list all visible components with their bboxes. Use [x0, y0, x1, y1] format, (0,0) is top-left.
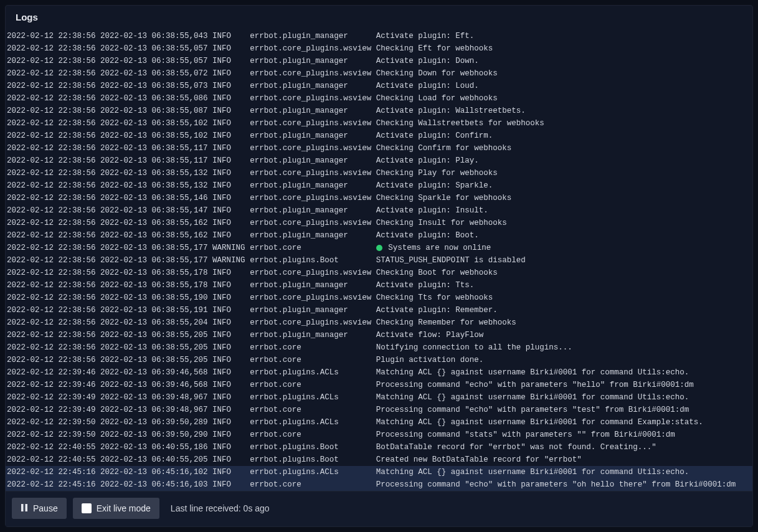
log-line[interactable]: 2022-02-12 22:38:56 2022-02-13 06:38:55,… — [6, 117, 752, 130]
log-line[interactable]: 2022-02-12 22:38:56 2022-02-13 06:38:55,… — [6, 229, 752, 242]
log-line[interactable]: 2022-02-12 22:38:56 2022-02-13 06:38:55,… — [6, 204, 752, 217]
checkbox-icon — [82, 503, 92, 513]
log-message: Activate plugin: Wallstreetbets. — [376, 107, 526, 115]
log-line[interactable]: 2022-02-12 22:45:16 2022-02-13 06:45:16,… — [6, 478, 752, 491]
exit-live-mode-label: Exit live mode — [97, 503, 151, 513]
log-line[interactable]: 2022-02-12 22:38:56 2022-02-13 06:38:55,… — [6, 279, 752, 292]
log-line[interactable]: 2022-02-12 22:38:56 2022-02-13 06:38:55,… — [6, 267, 752, 279]
log-ts1: 2022-02-12 22:38:56 — [7, 69, 96, 78]
log-logger: errbot.core_plugins.wsview — [250, 219, 371, 227]
log-line[interactable]: 2022-02-12 22:38:56 2022-02-13 06:38:55,… — [6, 130, 752, 142]
log-ts1: 2022-02-12 22:38:56 — [7, 293, 96, 302]
log-message: Activate plugin: Insult. — [376, 206, 488, 215]
exit-live-mode-button[interactable]: Exit live mode — [73, 498, 159, 519]
status-dot-icon — [376, 245, 382, 251]
log-level: INFO — [212, 468, 245, 477]
log-ts1: 2022-02-12 22:38:56 — [7, 82, 96, 90]
log-line[interactable]: 2022-02-12 22:38:56 2022-02-13 06:38:55,… — [6, 92, 752, 105]
log-ts2: 2022-02-13 06:38:55,102 — [100, 131, 208, 140]
log-level: INFO — [212, 206, 245, 215]
log-ts1: 2022-02-12 22:45:16 — [7, 468, 96, 477]
log-message: Checking Sparkle for webhooks — [376, 194, 512, 202]
log-line[interactable]: 2022-02-12 22:39:49 2022-02-13 06:39:48,… — [6, 391, 752, 404]
log-line[interactable]: 2022-02-12 22:38:56 2022-02-13 06:38:55,… — [6, 142, 752, 154]
log-line[interactable]: 2022-02-12 22:38:56 2022-02-13 06:38:55,… — [6, 304, 752, 316]
log-level: INFO — [212, 381, 245, 389]
log-message: Activate plugin: Loud. — [376, 82, 479, 90]
log-ts2: 2022-02-13 06:38:55,086 — [100, 94, 208, 103]
log-lines-area[interactable]: 2022-02-12 22:38:56 2022-02-13 06:38:55,… — [6, 30, 752, 491]
panel-title: Logs — [6, 6, 752, 30]
pause-button[interactable]: Pause — [12, 498, 67, 519]
log-line[interactable]: 2022-02-12 22:38:56 2022-02-13 06:38:55,… — [6, 254, 752, 267]
log-ts1: 2022-02-12 22:39:50 — [7, 418, 96, 427]
log-ts1: 2022-02-12 22:38:56 — [7, 194, 96, 202]
log-line[interactable]: 2022-02-12 22:39:49 2022-02-13 06:39:48,… — [6, 404, 752, 416]
log-line[interactable]: 2022-02-12 22:38:56 2022-02-13 06:38:55,… — [6, 55, 752, 67]
log-line[interactable]: 2022-02-12 22:38:56 2022-02-13 06:38:55,… — [6, 341, 752, 354]
log-line[interactable]: 2022-02-12 22:38:56 2022-02-13 06:38:55,… — [6, 80, 752, 92]
log-line[interactable]: 2022-02-12 22:38:56 2022-02-13 06:38:55,… — [6, 179, 752, 192]
log-ts2: 2022-02-13 06:38:55,146 — [100, 194, 208, 202]
log-message: Checking Confirm for webhooks — [376, 144, 512, 153]
log-message: Processing command "echo" with parameter… — [376, 406, 689, 414]
log-message: Activate plugin: Confirm. — [376, 131, 493, 140]
log-logger: errbot.plugin_manager — [250, 281, 371, 290]
log-line[interactable]: 2022-02-12 22:45:16 2022-02-13 06:45:16,… — [6, 466, 752, 478]
log-ts1: 2022-02-12 22:38:56 — [7, 206, 96, 215]
log-line[interactable]: 2022-02-12 22:38:56 2022-02-13 06:38:55,… — [6, 292, 752, 304]
log-line[interactable]: 2022-02-12 22:40:55 2022-02-13 06:40:55,… — [6, 441, 752, 454]
log-ts2: 2022-02-13 06:38:55,057 — [100, 57, 208, 65]
log-level: INFO — [212, 119, 245, 128]
log-ts2: 2022-02-13 06:38:55,102 — [100, 119, 208, 128]
log-logger: errbot.plugin_manager — [250, 306, 371, 315]
log-message: Matching ACL {} against username Birki#0… — [376, 468, 689, 477]
log-ts1: 2022-02-12 22:39:46 — [7, 381, 96, 389]
log-line[interactable]: 2022-02-12 22:39:50 2022-02-13 06:39:50,… — [6, 416, 752, 429]
log-level: INFO — [212, 268, 245, 277]
log-ts1: 2022-02-12 22:40:55 — [7, 455, 96, 464]
log-line[interactable]: 2022-02-12 22:40:55 2022-02-13 06:40:55,… — [6, 454, 752, 466]
log-line[interactable]: 2022-02-12 22:38:56 2022-02-13 06:38:55,… — [6, 30, 752, 42]
log-line[interactable]: 2022-02-12 22:38:56 2022-02-13 06:38:55,… — [6, 42, 752, 55]
log-ts1: 2022-02-12 22:45:16 — [7, 480, 96, 489]
log-ts2: 2022-02-13 06:39:46,568 — [100, 381, 208, 389]
log-level: INFO — [212, 219, 245, 227]
log-line[interactable]: 2022-02-12 22:38:56 2022-02-13 06:38:55,… — [6, 316, 752, 329]
log-ts2: 2022-02-13 06:39:48,967 — [100, 393, 208, 402]
log-logger: errbot.core — [250, 244, 371, 252]
log-level: INFO — [212, 306, 245, 315]
log-level: INFO — [212, 343, 245, 352]
log-ts2: 2022-02-13 06:38:55,178 — [100, 268, 208, 277]
log-level: INFO — [212, 480, 245, 489]
log-message: Checking Tts for webhooks — [376, 293, 493, 302]
log-logger: errbot.plugin_manager — [250, 32, 371, 40]
log-ts2: 2022-02-13 06:38:55,177 — [100, 256, 208, 265]
log-ts2: 2022-02-13 06:38:55,205 — [100, 356, 208, 364]
log-line[interactable]: 2022-02-12 22:38:56 2022-02-13 06:38:55,… — [6, 67, 752, 80]
log-line[interactable]: 2022-02-12 22:39:46 2022-02-13 06:39:46,… — [6, 379, 752, 391]
log-ts2: 2022-02-13 06:39:46,568 — [100, 368, 208, 377]
log-ts1: 2022-02-12 22:39:49 — [7, 393, 96, 402]
log-ts1: 2022-02-12 22:38:56 — [7, 156, 96, 165]
log-line[interactable]: 2022-02-12 22:38:56 2022-02-13 06:38:55,… — [6, 105, 752, 117]
log-ts1: 2022-02-12 22:38:56 — [7, 181, 96, 190]
log-level: INFO — [212, 331, 245, 340]
log-line[interactable]: 2022-02-12 22:38:56 2022-02-13 06:38:55,… — [6, 192, 752, 204]
log-level: INFO — [212, 107, 245, 115]
log-message: Processing command "echo" with parameter… — [376, 480, 736, 489]
log-message: Activate plugin: Play. — [376, 156, 479, 165]
log-logger: errbot.core — [250, 430, 371, 439]
log-line[interactable]: 2022-02-12 22:38:56 2022-02-13 06:38:55,… — [6, 354, 752, 366]
log-line[interactable]: 2022-02-12 22:38:56 2022-02-13 06:38:55,… — [6, 329, 752, 341]
log-line[interactable]: 2022-02-12 22:38:56 2022-02-13 06:38:55,… — [6, 242, 752, 254]
log-ts2: 2022-02-13 06:40:55,205 — [100, 455, 208, 464]
log-line[interactable]: 2022-02-12 22:38:56 2022-02-13 06:38:55,… — [6, 154, 752, 167]
log-line[interactable]: 2022-02-12 22:38:56 2022-02-13 06:38:55,… — [6, 217, 752, 229]
log-line[interactable]: 2022-02-12 22:39:46 2022-02-13 06:39:46,… — [6, 366, 752, 379]
log-message: Checking Play for webhooks — [376, 169, 498, 178]
log-line[interactable]: 2022-02-12 22:39:50 2022-02-13 06:39:50,… — [6, 429, 752, 441]
log-logger: errbot.plugins.ACLs — [250, 368, 371, 377]
log-line[interactable]: 2022-02-12 22:38:56 2022-02-13 06:38:55,… — [6, 167, 752, 179]
log-logger: errbot.plugin_manager — [250, 57, 371, 65]
